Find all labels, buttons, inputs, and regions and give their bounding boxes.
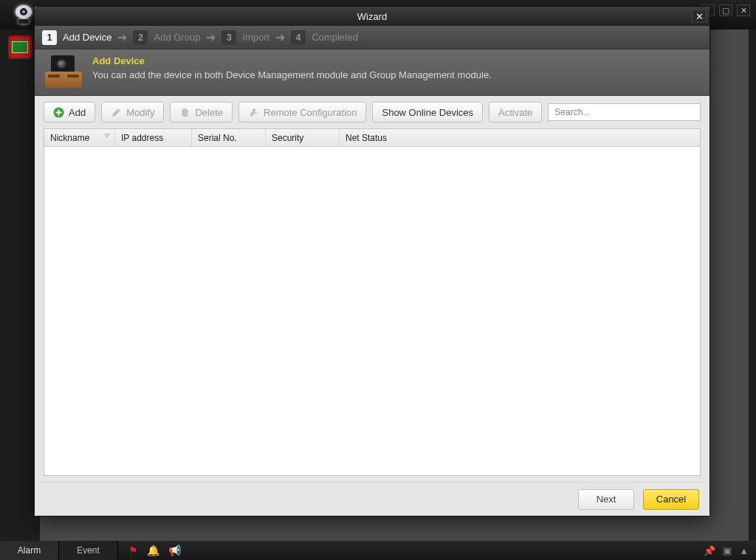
step-3-label: Import: [242, 32, 269, 43]
wizard-body: Add Modify Delete Remote Configuration: [35, 96, 709, 482]
bottom-status-icons: ⚑ 🔔 📢: [128, 541, 181, 560]
up-icon[interactable]: ▲: [739, 545, 749, 556]
remote-config-button-label: Remote Configuration: [264, 107, 357, 118]
wrench-icon: [248, 107, 259, 118]
activate-button[interactable]: Activate: [489, 102, 542, 122]
modify-button-label: Modify: [126, 107, 154, 118]
wizard-steps: 1 Add Device ➔ 2 Add Group ➔ 3 Import ➔ …: [35, 26, 709, 49]
next-button[interactable]: Next: [578, 489, 634, 510]
sort-icon: [104, 134, 110, 139]
col-security-label: Security: [272, 133, 303, 143]
step-4-number: 4: [291, 30, 306, 45]
delete-button-label: Delete: [195, 107, 223, 118]
toolbar: Add Modify Delete Remote Configuration: [44, 102, 701, 122]
step-4-label: Completed: [312, 32, 358, 43]
col-nickname-label: Nickname: [50, 133, 89, 143]
speaker-icon: 📢: [168, 545, 181, 556]
modify-button[interactable]: Modify: [101, 102, 164, 122]
svg-point-2: [22, 10, 25, 13]
col-netstatus-label: Net Status: [346, 133, 387, 143]
search-input[interactable]: [548, 103, 701, 121]
wizard-titlebar: Wizard ✕: [35, 7, 709, 26]
delete-button[interactable]: Delete: [170, 102, 233, 122]
show-online-devices-label: Show Online Devices: [382, 107, 473, 118]
bottom-right-icons: 📌 ▣ ▲: [704, 541, 749, 560]
arrow-icon: ➔: [275, 30, 285, 44]
col-ip[interactable]: IP address: [115, 129, 192, 146]
device-box-icon: [45, 55, 82, 88]
plus-circle-icon: [53, 107, 64, 118]
trash-icon: [179, 107, 190, 118]
step-1-label: Add Device: [63, 32, 111, 43]
col-security[interactable]: Security: [266, 129, 340, 146]
add-button-label: Add: [69, 107, 86, 118]
remote-config-button[interactable]: Remote Configuration: [238, 102, 366, 122]
header-description: You can add the device in both Device Ma…: [92, 69, 699, 80]
os-close-button[interactable]: ✕: [737, 4, 750, 16]
step-1-number: 1: [42, 30, 57, 45]
grid-header: Nickname IP address Serial No. Security …: [44, 129, 700, 147]
step-3-number: 3: [221, 30, 236, 45]
alarm-icon: ⚑: [128, 545, 138, 556]
col-netstatus[interactable]: Net Status: [340, 129, 700, 146]
bottom-tab-alarm[interactable]: Alarm: [0, 541, 59, 560]
header-title: Add Device: [92, 55, 699, 66]
wizard-description-header: Add Device You can add the device in bot…: [35, 49, 709, 96]
wizard-dialog: Wizard ✕ 1 Add Device ➔ 2 Add Group ➔ 3 …: [34, 6, 710, 516]
window-icon[interactable]: ▣: [723, 545, 732, 556]
show-online-devices-button[interactable]: Show Online Devices: [372, 102, 483, 122]
svg-rect-3: [18, 19, 29, 24]
cancel-button[interactable]: Cancel: [643, 489, 699, 510]
sidebar-main-view-button[interactable]: [8, 35, 32, 59]
add-button[interactable]: Add: [44, 102, 95, 122]
close-icon: ✕: [695, 11, 704, 22]
wizard-footer: Next Cancel: [35, 482, 709, 516]
col-nickname[interactable]: Nickname: [44, 129, 115, 146]
close-button[interactable]: ✕: [692, 10, 707, 23]
pencil-icon: [111, 107, 122, 118]
right-edge: [749, 30, 756, 541]
grid-body-empty: [44, 147, 700, 475]
bell-icon: 🔔: [147, 545, 159, 556]
col-serial-label: Serial No.: [198, 133, 237, 143]
arrow-icon: ➔: [117, 30, 127, 44]
activate-button-label: Activate: [498, 107, 532, 118]
wizard-title-text: Wizard: [357, 11, 387, 22]
step-2-number: 2: [133, 30, 148, 45]
col-ip-label: IP address: [121, 133, 163, 143]
bottom-tab-event[interactable]: Event: [59, 541, 118, 560]
arrow-icon: ➔: [206, 30, 216, 44]
device-grid: Nickname IP address Serial No. Security …: [44, 128, 701, 476]
os-maximize-button[interactable]: ▢: [719, 4, 732, 16]
grid-icon: [12, 41, 28, 53]
pushpin-icon[interactable]: 📌: [704, 545, 715, 556]
col-serial[interactable]: Serial No.: [192, 129, 266, 146]
bottom-bar: Alarm Event ⚑ 🔔 📢 📌 ▣ ▲: [0, 541, 756, 560]
step-2-label: Add Group: [154, 32, 200, 43]
